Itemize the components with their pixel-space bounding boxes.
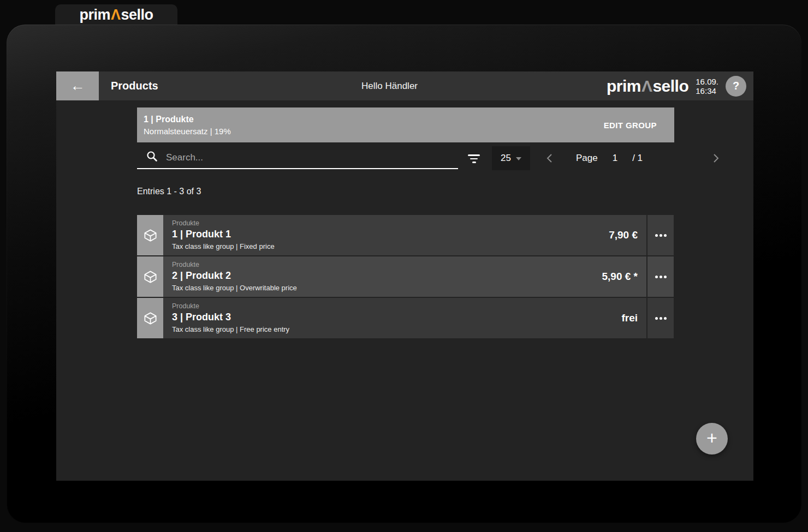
product-details: Tax class like group | Overwritable pric… bbox=[172, 284, 602, 292]
more-options-button[interactable] bbox=[647, 298, 674, 338]
filter-icon bbox=[468, 154, 480, 156]
product-info: Produkte 3 | Produkt 3 Tax class like gr… bbox=[163, 298, 621, 338]
more-options-icon bbox=[660, 234, 662, 237]
product-category: Produkte bbox=[172, 219, 609, 228]
pagination: Page 1 / 1 bbox=[544, 146, 722, 171]
datetime-display: 16.09. 16:34 bbox=[696, 77, 718, 95]
product-name: 1 | Produkt 1 bbox=[172, 228, 609, 241]
product-icon-cell bbox=[137, 298, 163, 338]
product-list: Produkte 1 | Produkt 1 Tax class like gr… bbox=[137, 215, 674, 338]
product-icon-cell bbox=[137, 256, 163, 297]
group-bar: 1 | Produkte Normalsteuersatz | 19% EDIT… bbox=[137, 107, 674, 142]
add-product-button[interactable]: + bbox=[696, 423, 728, 455]
product-row-1[interactable]: Produkte 1 | Produkt 1 Tax class like gr… bbox=[137, 215, 646, 255]
screen: primΛsello ← Products Hello Händler prim… bbox=[0, 0, 808, 532]
product-row-2[interactable]: Produkte 2 | Produkt 2 Tax class like gr… bbox=[137, 256, 646, 297]
brand-logo-lambda-icon: Λ bbox=[641, 77, 653, 95]
brand-logo-header: primΛsello bbox=[607, 77, 688, 95]
cube-icon bbox=[143, 228, 158, 243]
product-name: 2 | Produkt 2 bbox=[172, 270, 602, 282]
product-price: frei bbox=[621, 312, 646, 324]
cube-icon bbox=[143, 270, 158, 284]
search-input[interactable] bbox=[166, 148, 384, 167]
filter-sort-button[interactable] bbox=[465, 153, 483, 166]
user-greeting: Hello Händler bbox=[361, 71, 418, 100]
product-price: 5,90 € * bbox=[602, 271, 647, 283]
more-options-icon bbox=[660, 276, 662, 278]
product-name: 3 | Produkt 3 bbox=[172, 311, 621, 324]
back-button[interactable]: ← bbox=[56, 71, 99, 100]
next-page-button[interactable] bbox=[710, 151, 722, 166]
chevron-right-icon bbox=[712, 153, 720, 164]
product-details: Tax class like group | Free price entry bbox=[172, 325, 621, 334]
more-options-icon bbox=[660, 317, 662, 320]
product-category: Produkte bbox=[172, 261, 602, 269]
search-icon bbox=[146, 151, 158, 164]
product-info: Produkte 2 | Produkt 2 Tax class like gr… bbox=[163, 256, 602, 297]
table-row: Produkte 2 | Produkt 2 Tax class like gr… bbox=[137, 256, 674, 297]
group-tax-info: Normalsteuersatz | 19% bbox=[144, 125, 231, 137]
chevron-left-icon bbox=[546, 153, 553, 164]
brand-logo-pre: prim bbox=[79, 7, 110, 23]
brand-logo: primΛsello bbox=[79, 7, 153, 23]
product-category: Produkte bbox=[172, 302, 621, 310]
brand-logo-post: sello bbox=[121, 7, 153, 23]
prev-page-button[interactable] bbox=[544, 151, 555, 166]
app-header: ← Products Hello Händler primΛsello 16.0… bbox=[56, 71, 753, 100]
browser-tab[interactable]: primΛsello bbox=[55, 4, 177, 25]
brand-logo-pre: prim bbox=[607, 77, 641, 95]
search-underline bbox=[137, 168, 458, 169]
question-mark-icon: ? bbox=[733, 80, 739, 92]
page-total: / 1 bbox=[632, 153, 643, 164]
edit-group-button[interactable]: EDIT GROUP bbox=[604, 121, 657, 130]
product-icon-cell bbox=[137, 215, 163, 255]
brand-logo-lambda-icon: Λ bbox=[110, 7, 121, 23]
header-right: primΛsello 16.09. 16:34 ? bbox=[607, 71, 746, 100]
cube-icon bbox=[143, 311, 158, 326]
page-label: Page bbox=[576, 153, 598, 164]
date-label: 16.09. bbox=[696, 77, 718, 86]
page-title: Products bbox=[111, 71, 158, 100]
group-name: 1 | Produkte bbox=[144, 113, 231, 125]
plus-icon: + bbox=[706, 427, 717, 449]
chevron-down-icon bbox=[516, 157, 521, 160]
page-size-dropdown[interactable]: 25 bbox=[492, 146, 530, 170]
product-details: Tax class like group | Fixed price bbox=[172, 242, 609, 251]
product-price: 7,90 € bbox=[609, 229, 646, 241]
entries-summary: Entries 1 - 3 of 3 bbox=[137, 187, 201, 196]
more-options-button[interactable] bbox=[647, 256, 674, 297]
product-row-3[interactable]: Produkte 3 | Produkt 3 Tax class like gr… bbox=[137, 298, 646, 338]
page-current[interactable]: 1 bbox=[613, 153, 617, 164]
app-panel: ← Products Hello Händler primΛsello 16.0… bbox=[56, 71, 753, 481]
back-arrow-icon: ← bbox=[70, 77, 85, 94]
time-label: 16:34 bbox=[696, 86, 718, 95]
table-row: Produkte 3 | Produkt 3 Tax class like gr… bbox=[137, 298, 674, 338]
page-size-value: 25 bbox=[501, 153, 511, 164]
product-info: Produkte 1 | Produkt 1 Tax class like gr… bbox=[163, 215, 609, 255]
more-options-button[interactable] bbox=[647, 215, 674, 255]
brand-logo-post: sello bbox=[652, 77, 688, 95]
table-row: Produkte 1 | Produkt 1 Tax class like gr… bbox=[137, 215, 674, 255]
help-button[interactable]: ? bbox=[726, 76, 746, 97]
group-info: 1 | Produkte Normalsteuersatz | 19% bbox=[144, 113, 231, 137]
